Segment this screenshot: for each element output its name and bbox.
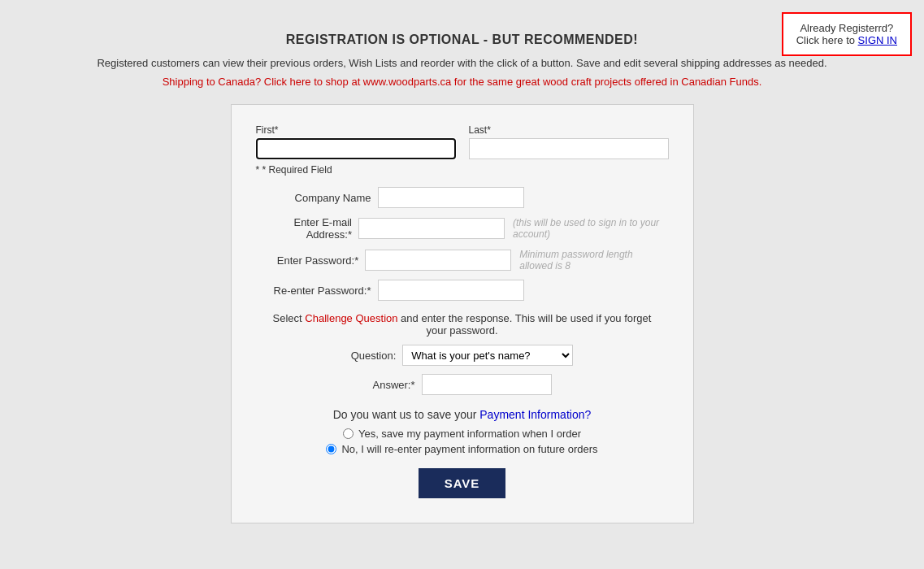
already-registered-line1: Already Registerrd?	[796, 22, 897, 34]
answer-input[interactable]	[422, 374, 552, 395]
required-note: * * Required Field	[256, 164, 669, 176]
company-row: Company Name	[256, 187, 669, 208]
first-name-input[interactable]	[256, 138, 456, 159]
payment-radio-group: Yes, save my payment information when I …	[256, 428, 669, 455]
reenter-password-input[interactable]	[378, 280, 524, 301]
already-registered-line2: Click here to SIGN IN	[796, 34, 897, 46]
challenge-highlight: Challenge Question	[305, 312, 397, 324]
email-row: Enter E-mail Address:* (this will be use…	[256, 216, 669, 241]
email-label: Enter E-mail Address:*	[256, 216, 359, 241]
password-label: Enter Password:*	[256, 254, 366, 267]
page-title: REGISTRATION IS OPTIONAL - BUT RECOMMEND…	[16, 33, 908, 47]
already-registered-box: Already Registerrd? Click here to SIGN I…	[782, 12, 912, 56]
payment-section: Do you want us to save your Payment Info…	[256, 408, 669, 455]
subtitle-text: Registered customers can view their prev…	[16, 57, 908, 69]
question-label: Question:	[351, 350, 397, 362]
radio-no[interactable]	[326, 444, 336, 454]
password-input[interactable]	[365, 250, 511, 271]
answer-row: Answer:*	[256, 374, 669, 395]
registration-form: First* Last* * * Required Field Company …	[231, 104, 694, 523]
radio-no-option: No, I will re-enter payment information …	[326, 443, 597, 455]
radio-yes-option: Yes, save my payment information when I …	[343, 428, 581, 440]
last-name-field: Last*	[469, 124, 669, 159]
email-input[interactable]	[358, 218, 505, 239]
radio-yes[interactable]	[343, 428, 354, 439]
save-btn-row: SAVE	[256, 468, 669, 498]
answer-label: Answer:*	[372, 379, 414, 391]
question-select[interactable]: What is your pet's name? What is your mo…	[402, 345, 573, 366]
save-button[interactable]: SAVE	[419, 468, 506, 498]
company-input[interactable]	[378, 187, 524, 208]
question-row: Question: What is your pet's name? What …	[256, 345, 669, 366]
first-name-field: First*	[256, 124, 456, 159]
challenge-text: Select Challenge Question and enter the …	[256, 312, 669, 324]
payment-highlight: Payment Information?	[479, 408, 591, 421]
reenter-password-label: Re-enter Password:*	[256, 284, 378, 297]
payment-title: Do you want us to save your Payment Info…	[256, 408, 669, 421]
reenter-password-row: Re-enter Password:*	[256, 280, 669, 301]
last-name-input[interactable]	[469, 138, 669, 159]
password-hint: Minimum password length allowed is 8	[519, 249, 668, 271]
name-row: First* Last*	[256, 124, 669, 159]
password-row: Enter Password:* Minimum password length…	[256, 249, 669, 271]
radio-yes-label: Yes, save my payment information when I …	[358, 428, 581, 440]
challenge-text2: your password.	[256, 324, 669, 337]
challenge-section: Select Challenge Question and enter the …	[256, 312, 669, 337]
canada-text: Shipping to Canada? Click here to shop a…	[16, 76, 908, 88]
company-label: Company Name	[256, 192, 378, 204]
last-name-label: Last*	[469, 124, 669, 136]
radio-no-label: No, I will re-enter payment information …	[341, 443, 597, 455]
sign-in-link[interactable]: SIGN IN	[858, 34, 897, 46]
email-hint: (this will be used to sign in to your ac…	[513, 217, 669, 240]
first-name-label: First*	[256, 124, 456, 136]
